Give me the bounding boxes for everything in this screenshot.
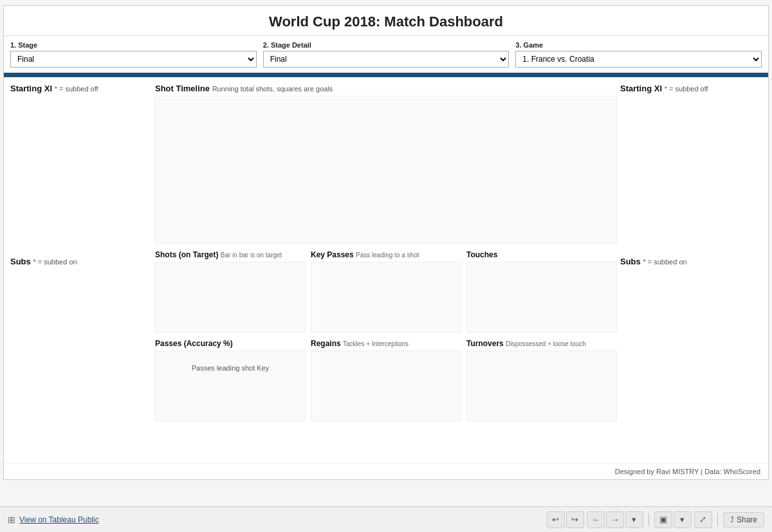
separator-2 <box>717 513 718 526</box>
stat-turnovers-content <box>466 351 617 421</box>
share-label: Share <box>737 515 757 524</box>
right-starting-xi: Starting XI * = subbed off <box>620 84 762 250</box>
chevron-down-button[interactable]: ▾ <box>625 511 643 528</box>
filter-game-select[interactable]: 1. France vs. Croatia <box>515 51 762 68</box>
stat-passes: Passes (Accuracy %) Passes leading shot … <box>155 339 306 421</box>
stat-keypasses: Key Passes Pass leading to a shot <box>311 250 461 333</box>
tableau-view-label[interactable]: View on Tableau Public <box>19 515 99 524</box>
left-player-list <box>10 96 152 250</box>
page-title: World Cup 2018: Match Dashboard <box>4 14 768 30</box>
tableau-grid-icon: ⊞ <box>8 515 15 525</box>
stat-regains-title: Regains Tackles + Interceptions <box>311 339 461 348</box>
center-panel: Shot Timeline Running total shots, squar… <box>155 84 617 457</box>
filters-bar: 1. Stage Final 2. Stage Detail Final 3. … <box>4 36 768 75</box>
back-forward-group: ← → ▾ <box>587 511 643 528</box>
undo-button[interactable]: ↩ <box>547 511 565 528</box>
right-starting-xi-subtitle: * = subbed off <box>665 85 708 93</box>
stat-shots: Shots (on Target) Bar in bar is on targe… <box>155 250 306 333</box>
separator <box>648 513 649 526</box>
stat-keypasses-title: Key Passes Pass leading to a shot <box>311 250 461 259</box>
stats-row-2: Passes (Accuracy %) Passes leading shot … <box>155 339 617 421</box>
left-subs: Subs * = subbed on <box>10 257 152 266</box>
forward-button[interactable]: → <box>606 511 624 528</box>
stat-touches-title: Touches <box>466 250 617 259</box>
stat-touches-content <box>466 262 617 333</box>
right-subs-subtitle: * = subbed on <box>643 258 686 266</box>
tableau-bar: ⊞ View on Tableau Public ↩ ↪ ← → ▾ ▣ ▾ ⤢… <box>0 506 772 532</box>
main-container: World Cup 2018: Match Dashboard 1. Stage… <box>3 5 769 480</box>
window-group: ▣ ▾ <box>654 511 692 528</box>
window-chevron-button[interactable]: ▾ <box>674 511 692 528</box>
share-icon: ⤴ <box>730 515 734 524</box>
left-subs-title: Subs * = subbed on <box>10 257 152 266</box>
tableau-left: ⊞ View on Tableau Public <box>8 515 99 525</box>
footer-credit: Designed by Ravi MISTRY | Data: WhoScore… <box>4 463 768 479</box>
filter-game: 3. Game 1. France vs. Croatia <box>515 41 762 68</box>
stat-passes-content: Passes leading shot Key <box>155 351 306 421</box>
left-starting-xi-title: Starting XI * = subbed off <box>10 84 152 93</box>
right-starting-xi-title: Starting XI * = subbed off <box>620 84 762 93</box>
dashboard-header: World Cup 2018: Match Dashboard <box>4 6 768 36</box>
fullscreen-button[interactable]: ⤢ <box>694 511 712 528</box>
stat-shots-title: Shots (on Target) Bar in bar is on targe… <box>155 250 306 259</box>
stat-shots-content <box>155 262 306 333</box>
stat-touches: Touches <box>466 250 617 333</box>
back-button[interactable]: ← <box>587 511 605 528</box>
passes-key-label: Passes leading shot Key <box>156 364 305 372</box>
shot-timeline-section: Shot Timeline Running total shots, squar… <box>155 84 617 244</box>
shot-timeline-area <box>155 96 617 244</box>
left-panel: Starting XI * = subbed off Subs * = subb… <box>10 84 152 457</box>
stat-regains: Regains Tackles + Interceptions <box>311 339 461 421</box>
filter-game-label: 3. Game <box>515 41 762 49</box>
filter-stage-label: 1. Stage <box>10 41 257 49</box>
stat-keypasses-content <box>311 262 461 333</box>
undo-redo-group: ↩ ↪ <box>547 511 584 528</box>
stat-passes-title: Passes (Accuracy %) <box>155 339 306 348</box>
shot-timeline-title: Shot Timeline Running total shots, squar… <box>155 84 617 93</box>
stat-turnovers: Turnovers Dispossessed + loose touch <box>466 339 617 421</box>
left-subs-subtitle: * = subbed on <box>33 258 77 266</box>
filter-stage-select[interactable]: Final <box>10 51 257 68</box>
left-starting-xi-subtitle: * = subbed off <box>55 85 98 93</box>
filter-stage: 1. Stage Final <box>10 41 257 68</box>
share-button[interactable]: ⤴ Share <box>723 512 764 527</box>
redo-button[interactable]: ↪ <box>566 511 584 528</box>
stats-row-1: Shots (on Target) Bar in bar is on targe… <box>155 250 617 333</box>
tableau-right: ↩ ↪ ← → ▾ ▣ ▾ ⤢ ⤴ Share <box>547 511 764 528</box>
right-subs-title: Subs * = subbed on <box>620 257 762 266</box>
stat-turnovers-title: Turnovers Dispossessed + loose touch <box>466 339 617 348</box>
right-player-list <box>620 96 762 250</box>
filter-stage-detail-select[interactable]: Final <box>263 51 510 68</box>
shot-timeline-subtitle: Running total shots, squares are goals <box>212 85 333 93</box>
dashboard-body: Starting XI * = subbed off Subs * = subb… <box>4 77 768 463</box>
stat-regains-content <box>311 351 461 421</box>
left-starting-xi: Starting XI * = subbed off <box>10 84 152 250</box>
right-subs: Subs * = subbed on <box>620 257 762 266</box>
passes-grid: Passes (Accuracy %) Passes leading shot … <box>155 339 617 421</box>
filter-stage-detail-label: 2. Stage Detail <box>263 41 510 49</box>
window-button[interactable]: ▣ <box>654 511 672 528</box>
right-panel: Starting XI * = subbed off Subs * = subb… <box>620 84 762 457</box>
filter-stage-detail: 2. Stage Detail Final <box>263 41 510 68</box>
